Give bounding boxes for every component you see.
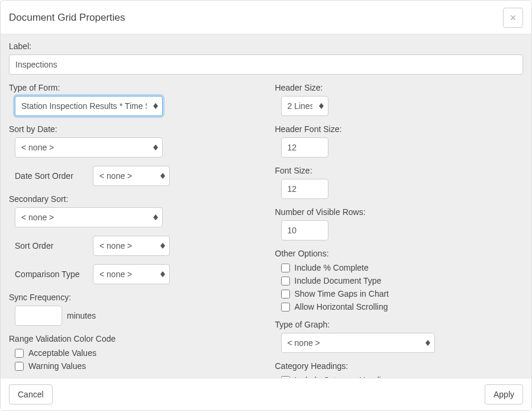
right-column: Header Size: 2 Lines xyxy=(275,83,524,378)
doc-type-checkbox[interactable] xyxy=(281,277,290,285)
range-validation-group: Range Validation Color Code Acceptable V… xyxy=(9,334,257,371)
acceptable-values-row: Acceptable Values xyxy=(15,348,257,358)
visible-rows-input[interactable] xyxy=(281,220,328,240)
doc-type-row: Include Document Type xyxy=(281,276,524,285)
type-of-form-group: Type of Form: Station Inspection Results… xyxy=(9,83,257,116)
visible-rows-group: Number of Visible Rows: xyxy=(275,207,524,240)
other-options-group: Other Options: Include % Complete Includ… xyxy=(275,249,524,312)
dialog-header: Document Grid Properties × xyxy=(1,1,531,34)
hscroll-row: Allow Horizontal Scrolling xyxy=(281,302,524,312)
comparison-type-label: Comparison Type xyxy=(15,269,86,279)
type-of-graph-group: Type of Graph: < none > xyxy=(275,320,524,353)
font-size-input[interactable] xyxy=(281,179,328,199)
sync-frequency-input[interactable] xyxy=(15,306,62,326)
type-of-form-select-wrap: Station Inspection Results * Time Series xyxy=(15,96,163,116)
warning-values-checkbox[interactable] xyxy=(15,362,24,371)
date-sort-order-select-wrap: < none > xyxy=(93,166,170,186)
sort-order-select[interactable]: < none > xyxy=(93,236,170,256)
hscroll-label: Allow Horizontal Scrolling xyxy=(295,302,388,312)
apply-button[interactable]: Apply xyxy=(485,384,523,404)
close-button[interactable]: × xyxy=(503,8,523,28)
pct-complete-label: Include % Complete xyxy=(295,263,369,272)
date-sort-order-group: Date Sort Order < none > xyxy=(9,166,257,186)
header-size-select-wrap: 2 Lines xyxy=(281,96,328,116)
sort-by-date-select[interactable]: < none > xyxy=(15,137,163,158)
label-input[interactable] xyxy=(9,54,523,75)
range-validation-title: Range Validation Color Code xyxy=(9,334,257,343)
font-size-label: Font Size: xyxy=(275,166,524,175)
other-options-title: Other Options: xyxy=(275,249,524,258)
header-font-size-group: Header Font Size: xyxy=(275,124,524,158)
label-group: Label: xyxy=(9,41,523,75)
secondary-sort-group: Secondary Sort: < none > xyxy=(9,194,257,227)
date-sort-order-select[interactable]: < none > xyxy=(93,166,170,186)
time-gaps-label: Show Time Gaps in Chart xyxy=(295,289,389,298)
close-icon: × xyxy=(510,12,517,23)
acceptable-values-label: Acceptable Values xyxy=(28,348,96,358)
doc-type-label: Include Document Type xyxy=(295,276,382,285)
visible-rows-label: Number of Visible Rows: xyxy=(275,207,524,217)
header-font-size-label: Header Font Size: xyxy=(275,124,524,134)
warning-values-row: Warning Values xyxy=(15,361,257,371)
type-of-form-select[interactable]: Station Inspection Results * Time Series xyxy=(15,96,163,116)
sync-frequency-label: Sync Frequency: xyxy=(9,293,257,302)
pct-complete-checkbox[interactable] xyxy=(281,264,290,272)
dialog-title: Document Grid Properties xyxy=(9,12,125,24)
document-grid-properties-dialog: Document Grid Properties × Label: Type o… xyxy=(0,0,532,411)
sync-frequency-unit: minutes xyxy=(67,311,96,320)
comparison-type-select[interactable]: < none > xyxy=(93,264,170,284)
sort-by-date-select-wrap: < none > xyxy=(15,137,163,158)
pct-complete-row: Include % Complete xyxy=(281,263,524,272)
time-gaps-row: Show Time Gaps in Chart xyxy=(281,289,524,298)
sort-by-date-group: Sort by Date: < none > xyxy=(9,124,257,158)
sort-by-date-label: Sort by Date: xyxy=(9,124,257,134)
category-headings-title: Category Headings: xyxy=(275,361,524,371)
dialog-footer: Cancel Apply xyxy=(1,378,531,410)
sync-frequency-group: Sync Frequency: minutes xyxy=(9,293,257,326)
sort-order-group: Sort Order < none > xyxy=(9,236,257,256)
header-size-select[interactable]: 2 Lines xyxy=(281,96,328,116)
secondary-sort-label: Secondary Sort: xyxy=(9,194,257,204)
hscroll-checkbox[interactable] xyxy=(281,303,290,312)
type-of-graph-select[interactable]: < none > xyxy=(281,333,435,353)
type-of-graph-label: Type of Graph: xyxy=(275,320,524,329)
type-of-graph-select-wrap: < none > xyxy=(281,333,435,353)
comparison-type-group: Comparison Type < none > xyxy=(9,264,257,284)
cancel-button[interactable]: Cancel xyxy=(9,384,53,404)
label-field-label: Label: xyxy=(9,41,523,51)
sort-order-label: Sort Order xyxy=(15,241,86,251)
type-of-form-label: Type of Form: xyxy=(9,83,257,92)
comparison-type-select-wrap: < none > xyxy=(93,264,170,284)
font-size-group: Font Size: xyxy=(275,166,524,199)
time-gaps-checkbox[interactable] xyxy=(281,290,290,298)
header-size-group: Header Size: 2 Lines xyxy=(275,83,524,116)
left-column: Type of Form: Station Inspection Results… xyxy=(9,83,257,378)
sort-order-select-wrap: < none > xyxy=(93,236,170,256)
category-headings-group: Category Headings: Include Category Head… xyxy=(275,361,524,378)
acceptable-values-checkbox[interactable] xyxy=(15,349,24,358)
secondary-sort-select-wrap: < none > xyxy=(15,207,163,227)
secondary-sort-select[interactable]: < none > xyxy=(15,207,163,227)
header-font-size-input[interactable] xyxy=(281,137,328,158)
dialog-body: Label: Type of Form: Station Inspection … xyxy=(1,34,531,378)
date-sort-order-label: Date Sort Order xyxy=(15,171,86,181)
warning-values-label: Warning Values xyxy=(28,361,86,371)
header-size-label: Header Size: xyxy=(275,83,524,92)
